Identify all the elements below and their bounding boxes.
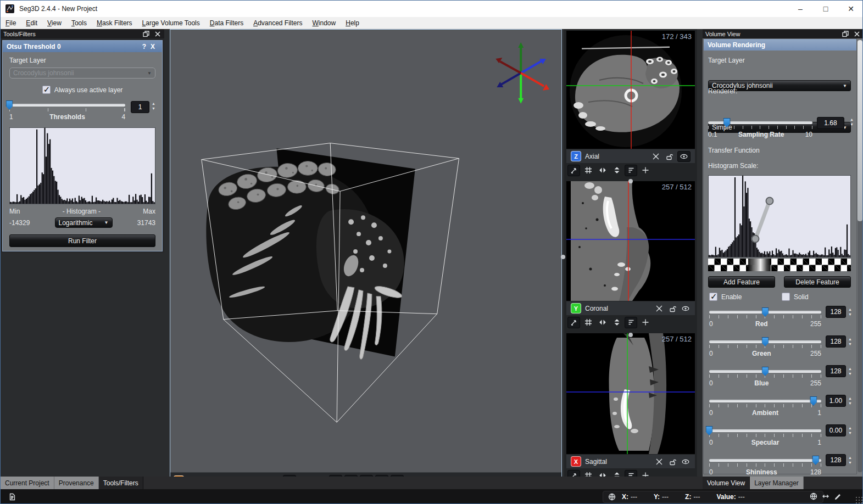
visibility-icon[interactable]: [681, 457, 691, 467]
green-spinbox[interactable]: 128: [826, 335, 846, 348]
edit-icon[interactable]: [834, 492, 842, 500]
tab-provenance[interactable]: Provenance: [54, 477, 99, 489]
lock-icon[interactable]: [667, 304, 677, 313]
coronal-slice-image[interactable]: 257 / 512: [566, 181, 695, 301]
coronal-badge[interactable]: Y: [571, 303, 581, 313]
menu-window[interactable]: Window: [308, 18, 341, 28]
axial-slice-image[interactable]: 172 / 343: [566, 31, 695, 149]
overlay-visibility-icon[interactable]: [625, 165, 637, 176]
sagittal-slice-image[interactable]: 257 / 512: [566, 333, 695, 454]
add-crosshair-icon[interactable]: [639, 165, 652, 176]
histogram-scale-dropdown[interactable]: Logarithmic ▼: [55, 217, 113, 228]
swap-icon[interactable]: [822, 492, 829, 500]
sagittal-badge[interactable]: X: [571, 456, 581, 467]
visibility-icon[interactable]: [677, 151, 691, 162]
blue-slider[interactable]: [709, 370, 821, 373]
horizontal-splitter-handle[interactable]: [628, 333, 633, 337]
spin-down-icon[interactable]: ▼: [850, 123, 854, 126]
autoview-icon[interactable]: [651, 152, 661, 161]
tab-layer-manager[interactable]: Layer Manager: [750, 477, 804, 489]
flip-horizontal-icon[interactable]: [596, 165, 609, 176]
picking-tool-icon[interactable]: [567, 317, 580, 328]
menu-advanced-filters[interactable]: Advanced Filters: [248, 18, 307, 28]
tab-current-project[interactable]: Current Project: [1, 477, 54, 489]
world-coords-icon[interactable]: [608, 492, 616, 501]
globe-icon[interactable]: [810, 492, 817, 500]
float-panel-icon[interactable]: [142, 30, 150, 38]
close-panel-icon[interactable]: [154, 30, 162, 38]
menu-data-filters[interactable]: Data Filters: [205, 18, 248, 28]
close-button[interactable]: ✕: [838, 1, 863, 17]
autoview-icon[interactable]: [654, 304, 664, 313]
solid-checkbox[interactable]: [782, 293, 790, 301]
menu-edit[interactable]: Edit: [21, 18, 42, 28]
ambient-slider[interactable]: [709, 400, 821, 402]
value-label: Value:: [716, 493, 736, 501]
float-panel-icon[interactable]: [842, 30, 849, 38]
hist-min-label: Min: [9, 208, 20, 215]
enable-checkbox[interactable]: [709, 293, 717, 301]
tab-tools-filters[interactable]: Tools/Filters: [99, 477, 143, 489]
grid-icon[interactable]: [582, 317, 594, 328]
menu-view[interactable]: View: [42, 18, 66, 28]
spin-up-icon[interactable]: ▲: [850, 118, 854, 121]
spin-up-icon[interactable]: ▲: [152, 102, 155, 105]
grid-icon[interactable]: [582, 165, 594, 176]
flip-horizontal-icon[interactable]: [596, 317, 609, 328]
delete-feature-button[interactable]: Delete Feature: [784, 276, 851, 288]
thresholds-slider[interactable]: [9, 104, 125, 107]
tool-help-icon[interactable]: ?: [142, 43, 146, 51]
blue-spinbox[interactable]: 128: [826, 365, 846, 377]
tf-node-handle[interactable]: [765, 197, 773, 205]
overlay-visibility-icon[interactable]: [625, 317, 637, 328]
tf-node-handle[interactable]: [751, 235, 760, 243]
ambient-spinbox[interactable]: 1.00: [826, 395, 846, 407]
horizontal-splitter-handle[interactable]: [628, 179, 633, 183]
target-layer-dropdown[interactable]: Crocodylus johnsonii ▼: [9, 68, 155, 79]
flip-vertical-icon[interactable]: [610, 165, 623, 176]
scrollbar-thumb[interactable]: [858, 40, 862, 221]
lock-icon[interactable]: [664, 152, 674, 161]
close-panel-icon[interactable]: [853, 30, 861, 38]
transfer-function-histogram[interactable]: [708, 175, 851, 257]
menu-file[interactable]: File: [1, 18, 21, 28]
flip-vertical-icon[interactable]: [610, 317, 623, 328]
specular-spinbox[interactable]: 0.00: [826, 424, 846, 436]
vertical-splitter-handle[interactable]: [561, 255, 565, 259]
spin-down-icon[interactable]: ▼: [152, 107, 155, 110]
thresholds-spinbox[interactable]: 1: [131, 101, 149, 113]
shininess-slider[interactable]: [709, 459, 821, 462]
thresholds-min: 1: [9, 113, 13, 121]
message-log-icon[interactable]: [7, 492, 17, 502]
volume-panel-scrollbar[interactable]: [858, 40, 862, 472]
green-slider[interactable]: [709, 340, 821, 343]
resize-grip[interactable]: [855, 496, 862, 503]
tab-volume-view[interactable]: Volume View: [703, 477, 750, 489]
menu-tools[interactable]: Tools: [66, 18, 92, 28]
always-active-checkbox[interactable]: [42, 86, 51, 94]
menu-help[interactable]: Help: [341, 18, 364, 28]
shininess-spinbox[interactable]: 128: [826, 454, 846, 466]
maximize-button[interactable]: □: [813, 1, 838, 17]
tool-close-icon[interactable]: x: [151, 43, 155, 51]
solid-label: Solid: [794, 293, 809, 301]
minimize-button[interactable]: –: [788, 1, 813, 17]
red-spinbox[interactable]: 128: [826, 306, 846, 318]
autoview-icon[interactable]: [654, 457, 664, 467]
run-filter-button[interactable]: Run Filter: [9, 234, 155, 247]
add-feature-button[interactable]: Add Feature: [708, 276, 775, 288]
chevron-down-icon: ▼: [104, 220, 109, 225]
menu-mask-filters[interactable]: Mask Filters: [92, 18, 137, 28]
volume-viewport[interactable]: V Volume ISO: [170, 29, 562, 489]
specular-slider[interactable]: [709, 429, 821, 432]
sampling-rate-spinbox[interactable]: 1.68: [817, 117, 844, 129]
red-slider[interactable]: [709, 311, 821, 313]
visibility-icon[interactable]: [681, 304, 691, 313]
add-crosshair-icon[interactable]: [639, 317, 652, 328]
menu-large-volume-tools[interactable]: Large Volume Tools: [137, 18, 205, 28]
sampling-rate-slider[interactable]: [708, 121, 812, 124]
otsu-tool-header[interactable]: Otsu Threshold 0 ? x: [3, 41, 162, 52]
lock-icon[interactable]: [667, 457, 677, 467]
picking-tool-icon[interactable]: [567, 165, 580, 176]
axial-badge[interactable]: Z: [571, 151, 581, 161]
